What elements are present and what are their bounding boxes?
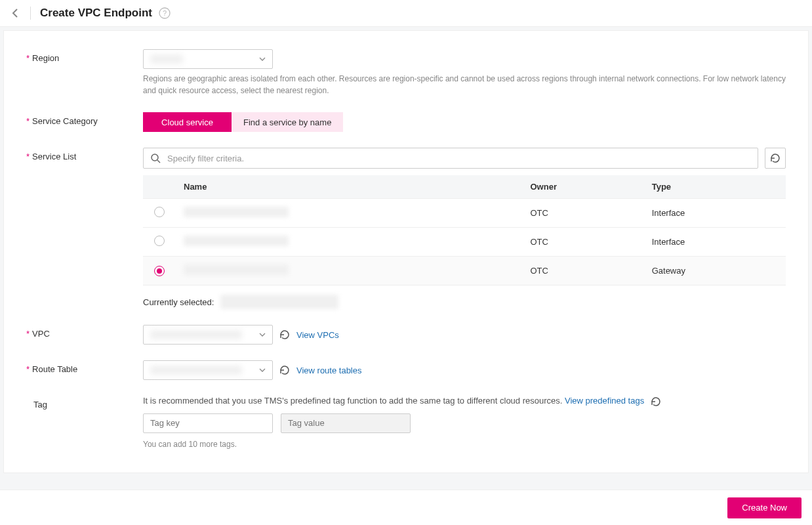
page-header: Create VPC Endpoint ?: [0, 0, 812, 27]
view-vpcs-link[interactable]: View VPCs: [296, 330, 339, 340]
service-search-box[interactable]: [143, 148, 758, 169]
chevron-down-icon: [259, 333, 266, 337]
vpc-refresh-button[interactable]: [279, 329, 290, 340]
col-select: [143, 175, 176, 199]
help-icon: ?: [159, 7, 171, 19]
service-table: Name Owner Type OTC Interface: [143, 175, 786, 285]
route-table-value-redacted: [150, 366, 242, 375]
label-service-category: *Service Category: [26, 112, 143, 126]
table-row[interactable]: OTC Interface: [143, 199, 786, 228]
region-help-text: Regions are geographic areas isolated fr…: [143, 73, 786, 96]
create-now-button[interactable]: Create Now: [727, 497, 802, 518]
row-service-list: *Service List Name Owne: [26, 148, 786, 309]
route-table-dropdown[interactable]: [143, 360, 273, 380]
row-region: *Region Regions are geographic areas iso…: [26, 49, 786, 96]
currently-selected-value-redacted: [220, 295, 338, 309]
help-button[interactable]: ?: [159, 7, 171, 19]
page-outer: *Region Regions are geographic areas iso…: [0, 27, 812, 473]
service-name-redacted: [184, 236, 289, 246]
region-value-redacted: [150, 54, 183, 64]
refresh-icon: [770, 153, 781, 163]
table-row[interactable]: OTC Gateway: [143, 257, 786, 285]
service-name-redacted: [184, 264, 289, 275]
service-category-toggle: Cloud service Find a service by name: [143, 112, 786, 132]
view-predefined-tags-link[interactable]: View predefined tags: [565, 396, 644, 406]
label-vpc: *VPC: [26, 325, 143, 339]
row-vpc: *VPC View VPCs: [26, 325, 786, 345]
service-owner: OTC: [523, 257, 644, 285]
service-category-by-name[interactable]: Find a service by name: [232, 112, 343, 132]
service-type: Interface: [644, 228, 786, 257]
service-type: Gateway: [644, 257, 786, 285]
service-name-redacted: [184, 207, 289, 217]
label-service-list: *Service List: [26, 148, 143, 161]
tags-refresh-button[interactable]: [651, 396, 661, 407]
service-category-cloud[interactable]: Cloud service: [143, 112, 232, 132]
service-list-refresh-button[interactable]: [765, 148, 786, 169]
svg-point-2: [152, 154, 158, 161]
refresh-icon: [651, 396, 661, 407]
route-table-refresh-button[interactable]: [279, 365, 290, 375]
table-row[interactable]: OTC Interface: [143, 228, 786, 257]
service-radio[interactable]: [154, 236, 165, 246]
service-owner: OTC: [523, 199, 644, 228]
service-radio[interactable]: [154, 266, 165, 276]
tag-value-input[interactable]: [281, 413, 411, 433]
row-tag: Tag It is recommended that you use TMS's…: [26, 396, 786, 449]
refresh-icon: [279, 329, 290, 340]
currently-selected: Currently selected:: [143, 295, 786, 309]
row-service-category: *Service Category Cloud service Find a s…: [26, 112, 786, 132]
label-tag: Tag: [26, 396, 143, 410]
svg-line-3: [157, 160, 160, 163]
footer-bar: Create Now: [0, 490, 812, 525]
service-type: Interface: [644, 199, 786, 228]
chevron-down-icon: [259, 57, 266, 61]
col-type: Type: [644, 175, 786, 199]
page-content: *Region Regions are geographic areas iso…: [3, 30, 809, 473]
region-dropdown[interactable]: [143, 49, 273, 69]
search-icon: [150, 153, 161, 163]
chevron-down-icon: [259, 368, 266, 372]
vpc-dropdown[interactable]: [143, 325, 273, 345]
tag-hint-text: It is recommended that you use TMS's pre…: [143, 396, 565, 406]
label-route-table: *Route Table: [26, 360, 143, 374]
service-owner: OTC: [523, 228, 644, 257]
refresh-icon: [279, 365, 290, 375]
page-title: Create VPC Endpoint: [40, 7, 152, 20]
chevron-left-icon: [12, 9, 18, 18]
label-region: *Region: [26, 49, 143, 63]
svg-text:?: ?: [163, 9, 167, 17]
back-button[interactable]: [9, 7, 21, 19]
service-search-input[interactable]: [167, 154, 751, 163]
col-name: Name: [176, 175, 523, 199]
tag-remaining-hint: You can add 10 more tags.: [143, 440, 786, 449]
col-owner: Owner: [523, 175, 644, 199]
tag-key-input[interactable]: [143, 413, 273, 433]
header-divider: [30, 7, 31, 20]
service-radio[interactable]: [154, 207, 165, 217]
view-route-tables-link[interactable]: View route tables: [296, 366, 362, 375]
row-route-table: *Route Table View route tables: [26, 360, 786, 380]
vpc-value-redacted: [150, 330, 242, 339]
